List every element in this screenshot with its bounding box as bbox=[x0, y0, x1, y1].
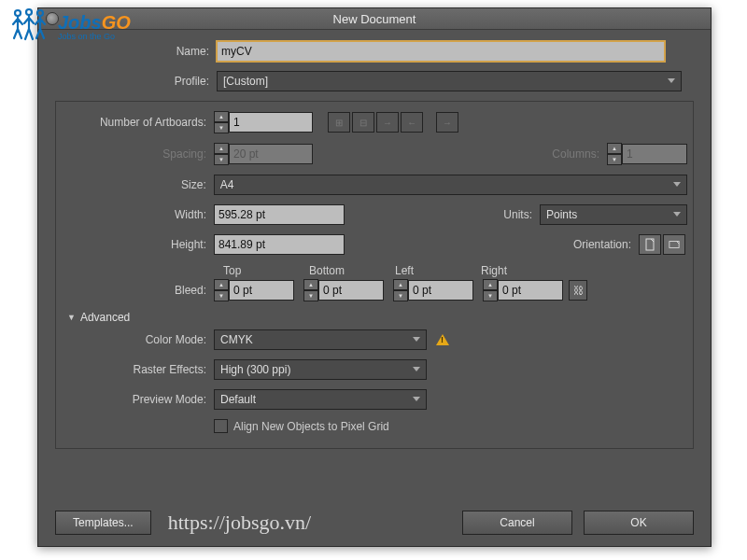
portrait-icon bbox=[644, 238, 655, 251]
profile-label: Profile: bbox=[55, 75, 217, 88]
raster-dropdown[interactable]: High (300 ppi) bbox=[214, 359, 427, 380]
width-input[interactable] bbox=[214, 204, 345, 225]
bleed-bottom-input[interactable] bbox=[318, 280, 384, 301]
arrange-right-icon: → bbox=[376, 112, 399, 133]
svg-point-2 bbox=[37, 10, 43, 16]
watermark-url: https://jobsgo.vn/ bbox=[168, 511, 311, 535]
bleed-right-label: Right bbox=[481, 264, 567, 277]
name-input[interactable] bbox=[217, 41, 665, 62]
spacing-input bbox=[229, 144, 313, 164]
svg-point-0 bbox=[15, 10, 21, 16]
bleed-left-input[interactable] bbox=[408, 280, 473, 301]
arrow-right-icon: → bbox=[436, 112, 458, 133]
bleed-left-label: Left bbox=[395, 264, 481, 277]
bleed-top-input[interactable] bbox=[229, 280, 294, 301]
orientation-portrait-button[interactable] bbox=[639, 234, 661, 255]
name-label: Name: bbox=[55, 45, 217, 58]
new-document-dialog: New Document Name: Profile: [Custom] Num… bbox=[37, 7, 712, 547]
grid-by-row-icon: ⊞ bbox=[328, 112, 350, 133]
size-label: Size: bbox=[62, 178, 214, 191]
columns-input bbox=[622, 144, 687, 164]
raster-label: Raster Effects: bbox=[62, 363, 214, 376]
align-pixel-grid-checkbox[interactable] bbox=[214, 419, 228, 433]
artboards-label: Number of Artboards: bbox=[62, 116, 214, 129]
size-dropdown[interactable]: A4 bbox=[214, 175, 687, 195]
orientation-landscape-button[interactable] bbox=[663, 234, 685, 255]
bleed-top-stepper[interactable]: ▲▼ bbox=[214, 279, 227, 301]
ok-button[interactable]: OK bbox=[584, 511, 694, 535]
units-dropdown[interactable]: Points bbox=[540, 204, 687, 225]
advanced-disclosure[interactable]: Advanced bbox=[67, 311, 687, 324]
height-label: Height: bbox=[62, 238, 214, 251]
spacing-label: Spacing: bbox=[62, 147, 214, 161]
people-icon bbox=[6, 6, 52, 47]
units-label: Units: bbox=[503, 208, 540, 221]
height-input[interactable] bbox=[214, 234, 345, 255]
colormode-dropdown[interactable]: CMYK bbox=[214, 329, 427, 350]
bleed-bottom-label: Bottom bbox=[309, 264, 395, 277]
jobsgo-logo: JobsGO Jobs on the Go bbox=[6, 6, 131, 47]
templates-button[interactable]: Templates... bbox=[55, 511, 151, 535]
align-pixel-grid-label: Align New Objects to Pixel Grid bbox=[233, 420, 389, 433]
preview-label: Preview Mode: bbox=[62, 393, 214, 406]
bleed-top-label: Top bbox=[223, 264, 309, 277]
bleed-right-input[interactable] bbox=[498, 280, 563, 301]
bleed-bottom-stepper[interactable]: ▲▼ bbox=[303, 279, 317, 301]
bleed-label: Bleed: bbox=[62, 284, 214, 297]
orientation-label: Orientation: bbox=[573, 238, 639, 251]
dialog-title: New Document bbox=[333, 12, 416, 26]
artboards-input[interactable] bbox=[229, 112, 313, 133]
artboards-stepper[interactable]: ▲▼ bbox=[214, 111, 227, 133]
landscape-icon bbox=[669, 238, 680, 251]
columns-label: Columns: bbox=[552, 147, 607, 161]
link-bleed-icon[interactable]: ⛓ bbox=[569, 280, 587, 301]
columns-stepper: ▲▼ bbox=[607, 143, 620, 165]
colormode-label: Color Mode: bbox=[62, 333, 214, 346]
spacing-stepper: ▲▼ bbox=[214, 143, 227, 165]
titlebar: New Document bbox=[38, 8, 711, 30]
width-label: Width: bbox=[62, 208, 214, 221]
bleed-left-stepper[interactable]: ▲▼ bbox=[393, 279, 406, 301]
cancel-button[interactable]: Cancel bbox=[462, 511, 572, 535]
arrange-left-icon: ← bbox=[401, 112, 423, 133]
svg-point-1 bbox=[26, 9, 32, 15]
warning-icon bbox=[436, 334, 449, 345]
profile-dropdown[interactable]: [Custom] bbox=[217, 71, 682, 91]
preview-dropdown[interactable]: Default bbox=[214, 389, 427, 410]
grid-by-col-icon: ⊟ bbox=[352, 112, 374, 133]
bleed-right-stepper[interactable]: ▲▼ bbox=[483, 279, 496, 301]
